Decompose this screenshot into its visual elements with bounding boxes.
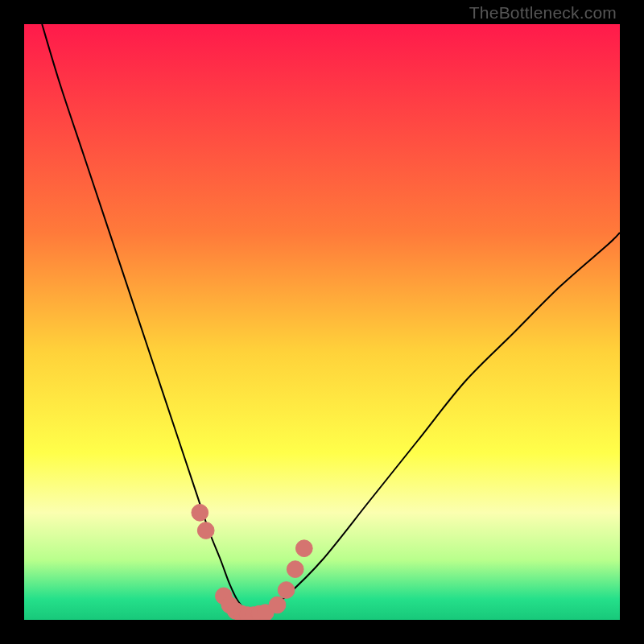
curve-layer bbox=[24, 24, 620, 620]
svg-point-11 bbox=[269, 597, 286, 613]
svg-point-14 bbox=[295, 540, 312, 557]
svg-point-2 bbox=[197, 522, 214, 539]
watermark-text: TheBottleneck.com bbox=[469, 3, 617, 23]
svg-point-13 bbox=[287, 561, 303, 578]
chart-frame: TheBottleneck.com bbox=[0, 0, 644, 644]
svg-point-1 bbox=[192, 504, 208, 521]
highlight-dots bbox=[192, 504, 312, 620]
plot-area bbox=[24, 24, 620, 620]
svg-point-12 bbox=[278, 582, 295, 599]
bottleneck-curve bbox=[42, 24, 620, 616]
